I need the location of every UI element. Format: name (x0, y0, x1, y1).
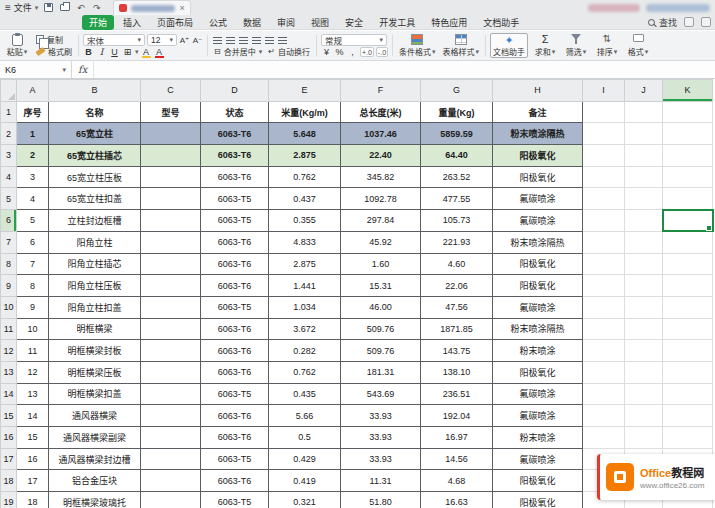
font-decrease-button[interactable]: A⁻ (192, 34, 203, 46)
cell-B9[interactable]: 阳角立柱压板 (49, 275, 141, 297)
cell-C19[interactable] (141, 492, 201, 508)
row-header-12[interactable]: 12 (1, 340, 17, 362)
cell-B10[interactable]: 阳角立柱扣盖 (49, 296, 141, 318)
cell-B8[interactable]: 阳角立柱插芯 (49, 253, 141, 275)
cell-A10[interactable]: 9 (17, 296, 49, 318)
cell-D15[interactable]: 6063-T6 (201, 405, 269, 427)
cell-J1[interactable] (625, 101, 663, 123)
search-button[interactable]: 查找 (648, 16, 677, 29)
cell-K1[interactable] (663, 101, 713, 123)
cell-E5[interactable]: 0.437 (269, 188, 341, 210)
cell-B19[interactable]: 明框横梁玻璃托 (49, 492, 141, 508)
column-header-D[interactable]: D (201, 80, 269, 102)
cell-G11[interactable]: 1871.85 (421, 318, 493, 340)
cell-F17[interactable]: 33.93 (341, 448, 421, 470)
align-middle-icon[interactable] (225, 34, 236, 46)
cell-C17[interactable] (141, 448, 201, 470)
cell-C18[interactable] (141, 470, 201, 492)
cell-K3[interactable] (663, 145, 713, 167)
cell-F4[interactable]: 345.82 (341, 166, 421, 188)
cell-B2[interactable]: 65宽立柱 (49, 123, 141, 145)
cell-I5[interactable] (583, 188, 625, 210)
cell-D14[interactable]: 6063-T5 (201, 383, 269, 405)
cell-J9[interactable] (625, 275, 663, 297)
cell-E7[interactable]: 4.833 (269, 231, 341, 253)
cell-E4[interactable]: 0.762 (269, 166, 341, 188)
column-header-J[interactable]: J (625, 80, 663, 102)
format-painter-button[interactable]: 格式刷 (34, 46, 74, 57)
cell-H1[interactable]: 备注 (493, 101, 583, 123)
cell-A6[interactable]: 5 (17, 210, 49, 232)
increase-decimal-button[interactable]: +.0 (360, 47, 374, 57)
cell-C7[interactable] (141, 231, 201, 253)
cell-G5[interactable]: 477.55 (421, 188, 493, 210)
currency-button[interactable]: ¥ (321, 46, 332, 58)
number-format-select[interactable]: 常规▾ (321, 34, 387, 46)
cell-H7[interactable]: 粉末喷涂隔热 (493, 231, 583, 253)
cell-F3[interactable]: 22.40 (341, 145, 421, 167)
cell-I4[interactable] (583, 166, 625, 188)
row-header-14[interactable]: 14 (1, 383, 17, 405)
cell-B16[interactable]: 通风器横梁副梁 (49, 427, 141, 449)
cell-H8[interactable]: 阳极氧化 (493, 253, 583, 275)
row-header-19[interactable]: 19 (1, 492, 17, 508)
cell-B18[interactable]: 铝合金压块 (49, 470, 141, 492)
cell-J7[interactable] (625, 231, 663, 253)
cell-I16[interactable] (583, 427, 625, 449)
cell-E12[interactable]: 0.282 (269, 340, 341, 362)
cell-F6[interactable]: 297.84 (341, 210, 421, 232)
cell-G4[interactable]: 263.52 (421, 166, 493, 188)
cell-K11[interactable] (663, 318, 713, 340)
cell-H18[interactable]: 阳极氧化 (493, 470, 583, 492)
notification-icon[interactable] (684, 17, 694, 27)
row-header-17[interactable]: 17 (1, 448, 17, 470)
cell-G13[interactable]: 138.10 (421, 361, 493, 383)
cell-D13[interactable]: 6063-T6 (201, 361, 269, 383)
cell-H3[interactable]: 阳极氧化 (493, 145, 583, 167)
cell-G10[interactable]: 47.56 (421, 296, 493, 318)
cell-G14[interactable]: 236.51 (421, 383, 493, 405)
cell-H6[interactable]: 氟碳喷涂 (493, 210, 583, 232)
cell-F7[interactable]: 45.92 (341, 231, 421, 253)
cell-E6[interactable]: 0.355 (269, 210, 341, 232)
cell-K13[interactable] (663, 361, 713, 383)
cell-G12[interactable]: 143.75 (421, 340, 493, 362)
row-header-1[interactable]: 1 (1, 101, 17, 123)
cell-G19[interactable]: 16.63 (421, 492, 493, 508)
cell-E14[interactable]: 0.435 (269, 383, 341, 405)
cell-E9[interactable]: 1.441 (269, 275, 341, 297)
cell-D5[interactable]: 6063-T5 (201, 188, 269, 210)
cell-F14[interactable]: 543.69 (341, 383, 421, 405)
cell-D16[interactable]: 6063-T6 (201, 427, 269, 449)
cell-A16[interactable]: 15 (17, 427, 49, 449)
cell-A18[interactable]: 17 (17, 470, 49, 492)
cell-I13[interactable] (583, 361, 625, 383)
cell-D7[interactable]: 6063-T6 (201, 231, 269, 253)
cell-J14[interactable] (625, 383, 663, 405)
column-header-G[interactable]: G (421, 80, 493, 102)
cell-D17[interactable]: 6063-T5 (201, 448, 269, 470)
cell-H14[interactable]: 氟碳喷涂 (493, 383, 583, 405)
font-name-select[interactable]: 宋体▾ (83, 34, 145, 46)
cell-J4[interactable] (625, 166, 663, 188)
font-color-button[interactable]: A (154, 46, 165, 58)
cell-A17[interactable]: 16 (17, 448, 49, 470)
align-left-icon[interactable] (251, 34, 262, 46)
fill-color-button[interactable]: A (141, 46, 152, 58)
cell-J15[interactable] (625, 405, 663, 427)
cell-G8[interactable]: 4.60 (421, 253, 493, 275)
cell-H11[interactable]: 粉末喷涂隔热 (493, 318, 583, 340)
cell-A1[interactable]: 序号 (17, 101, 49, 123)
cell-G17[interactable]: 14.56 (421, 448, 493, 470)
cell-B15[interactable]: 通风器横梁 (49, 405, 141, 427)
ribbon-tab-6[interactable]: 视图 (304, 15, 336, 30)
cell-H16[interactable]: 粉末喷涂 (493, 427, 583, 449)
cell-E11[interactable]: 3.672 (269, 318, 341, 340)
paste-button[interactable]: 粘贴▾ (3, 33, 31, 58)
cell-E10[interactable]: 1.034 (269, 296, 341, 318)
cell-K15[interactable] (663, 405, 713, 427)
cell-J2[interactable] (625, 123, 663, 145)
cell-A5[interactable]: 4 (17, 188, 49, 210)
cell-B5[interactable]: 65宽立柱扣盖 (49, 188, 141, 210)
ribbon-tab-4[interactable]: 数据 (236, 15, 268, 30)
